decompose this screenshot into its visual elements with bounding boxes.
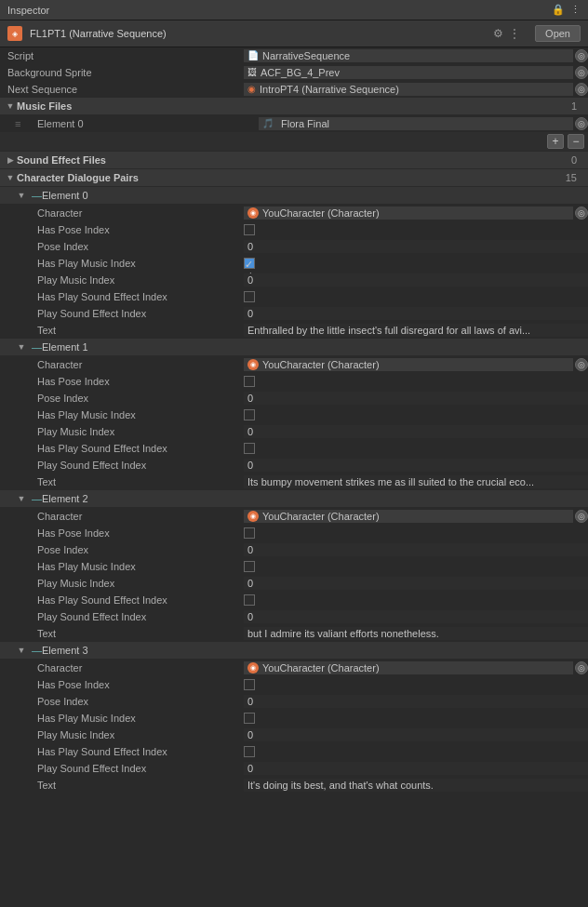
element-1-dash: — bbox=[32, 341, 42, 353]
element-0-arrow[interactable]: ▼ bbox=[15, 189, 28, 202]
element-0-text-row: Text Enthralled by the little insect's f… bbox=[0, 322, 588, 339]
element-1-pose-index-value[interactable]: 0 bbox=[244, 392, 588, 405]
element-1-has-music-checkbox[interactable] bbox=[244, 409, 255, 420]
element-3-has-sound-label: Has Play Sound Effect Index bbox=[30, 746, 244, 757]
settings-icon[interactable]: ⚙ bbox=[493, 27, 503, 40]
char-dialogue-section: ▼ Character Dialogue Pairs 15 bbox=[0, 169, 588, 187]
element-3-arrow[interactable]: ▼ bbox=[15, 644, 28, 657]
object-icon: ◈ bbox=[7, 26, 22, 41]
element-3-music-index-value[interactable]: 0 bbox=[244, 728, 588, 741]
object-title: FL1PT1 (Narrative Sequence) bbox=[30, 28, 486, 39]
char-dialogue-arrow[interactable]: ▼ bbox=[4, 171, 17, 184]
element-1-label: Element 1 bbox=[42, 341, 88, 353]
element-2-character-circle[interactable]: ◎ bbox=[575, 510, 588, 523]
element-2-has-pose-checkbox[interactable] bbox=[244, 527, 255, 539]
element-2-pose-index-row: Pose Index 0 bbox=[0, 541, 588, 558]
bg-sprite-value: ACF_BG_4_Prev bbox=[261, 67, 340, 78]
music-add-button[interactable]: + bbox=[547, 134, 564, 149]
more-icon[interactable]: ⋮ bbox=[509, 27, 520, 40]
next-seq-value: IntroPT4 (Narrative Sequence) bbox=[260, 84, 399, 95]
element-3-has-music-label: Has Play Music Index bbox=[30, 713, 244, 724]
element-1-character-circle[interactable]: ◎ bbox=[575, 358, 588, 371]
next-seq-row: Next Sequence ◉ IntroPT4 (Narrative Sequ… bbox=[0, 81, 588, 98]
element-2-has-sound-checkbox[interactable] bbox=[244, 594, 255, 606]
menu-icon[interactable]: ⋮ bbox=[570, 4, 581, 16]
music-add-remove: + − bbox=[0, 132, 588, 152]
element-1-character-row: Character ◉ YouCharacter (Character) ◎ bbox=[0, 356, 588, 373]
bg-sprite-circle-btn[interactable]: ◎ bbox=[575, 66, 588, 79]
next-seq-circle-btn[interactable]: ◎ bbox=[575, 83, 588, 96]
element-0-character-label: Character bbox=[30, 207, 244, 219]
next-seq-value-box: ◉ IntroPT4 (Narrative Sequence) bbox=[244, 83, 573, 96]
element-0-character-circle[interactable]: ◎ bbox=[575, 207, 588, 220]
element-2-text-row: Text but I admire its valiant efforts no… bbox=[0, 625, 588, 642]
open-button[interactable]: Open bbox=[535, 25, 581, 42]
script-row: Script 📄 NarrativeSequence ◎ bbox=[0, 47, 588, 64]
element-3-has-sound-checkbox[interactable] bbox=[244, 746, 255, 757]
element-2-text-value[interactable]: but I admire its valiant efforts nonethe… bbox=[244, 627, 588, 640]
element-1-has-pose-checkbox[interactable] bbox=[244, 376, 255, 387]
element-3-has-music-row: Has Play Music Index bbox=[0, 710, 588, 727]
music-element-value-box: 🎵 Flora Final bbox=[259, 117, 573, 130]
element-3-character-label: Character bbox=[30, 662, 244, 674]
next-seq-icon: ◉ bbox=[247, 84, 256, 94]
tab-label[interactable]: Inspector bbox=[7, 5, 49, 16]
element-2-dash: — bbox=[32, 493, 42, 504]
element-3-has-sound-row: Has Play Sound Effect Index bbox=[0, 743, 588, 760]
element-0-has-pose-checkbox[interactable] bbox=[244, 224, 255, 235]
element-0-has-pose-label: Has Pose Index bbox=[30, 224, 244, 235]
element-3-text-label: Text bbox=[30, 780, 244, 791]
element-0-has-pose-row: Has Pose Index bbox=[0, 221, 588, 238]
bg-sprite-icon: 🖼 bbox=[247, 67, 257, 77]
element-0-has-music-checkbox[interactable]: ✓ bbox=[244, 258, 255, 269]
next-seq-label: Next Sequence bbox=[0, 84, 244, 95]
element-3-has-music-checkbox[interactable] bbox=[244, 713, 255, 724]
element-1-text-value[interactable]: Its bumpy movement strikes me as ill sui… bbox=[244, 475, 588, 488]
element-3-character-circle[interactable]: ◎ bbox=[575, 661, 588, 674]
element-1-music-index-row: Play Music Index 0 bbox=[0, 423, 588, 440]
element-2-pose-index-value[interactable]: 0 bbox=[244, 543, 588, 556]
element-0-sound-index-value[interactable]: 0 bbox=[244, 307, 588, 320]
element-1-music-index-value[interactable]: 0 bbox=[244, 425, 588, 438]
element-3-text-row: Text It's doing its best, and that's wha… bbox=[0, 777, 588, 794]
element-2-header[interactable]: ▼ — Element 2 bbox=[0, 490, 588, 508]
element-2-has-music-checkbox[interactable] bbox=[244, 561, 255, 572]
element-0-music-index-label: Play Music Index bbox=[30, 274, 244, 286]
music-note-icon: 🎵 bbox=[262, 118, 274, 128]
element-3-header[interactable]: ▼ — Element 3 bbox=[0, 642, 588, 660]
element-1-header[interactable]: ▼ — Element 1 bbox=[0, 339, 588, 356]
element-3-text-value[interactable]: It's doing its best, and that's what cou… bbox=[244, 779, 588, 792]
element-1-sound-index-row: Play Sound Effect Index 0 bbox=[0, 457, 588, 474]
lock-icon[interactable]: 🔒 bbox=[552, 4, 565, 16]
element-1-sound-index-value[interactable]: 0 bbox=[244, 459, 588, 472]
element-0-music-index-row: Play Music Index 0 bbox=[0, 272, 588, 288]
script-label: Script bbox=[0, 50, 244, 61]
script-value-box: 📄 NarrativeSequence bbox=[244, 49, 573, 62]
element-0-has-sound-label: Has Play Sound Effect Index bbox=[30, 291, 244, 302]
element-2-arrow[interactable]: ▼ bbox=[15, 492, 28, 505]
element-2-pose-index-label: Pose Index bbox=[30, 544, 244, 555]
script-circle-btn[interactable]: ◎ bbox=[575, 49, 588, 62]
element-3-sound-index-value[interactable]: 0 bbox=[244, 762, 588, 775]
element-3-pose-index-value[interactable]: 0 bbox=[244, 695, 588, 708]
music-remove-button[interactable]: − bbox=[568, 134, 584, 149]
sound-effect-arrow[interactable]: ▶ bbox=[4, 153, 17, 167]
element-0-has-sound-checkbox[interactable] bbox=[244, 291, 255, 302]
element-1-has-sound-checkbox[interactable] bbox=[244, 443, 255, 454]
element-2-sound-index-value[interactable]: 0 bbox=[244, 610, 588, 623]
element-0-music-index-value[interactable]: 0 bbox=[244, 273, 588, 287]
element-0-header[interactable]: ▼ — Element 0 bbox=[0, 187, 588, 205]
element-0-sound-index-label: Play Sound Effect Index bbox=[30, 308, 244, 319]
element-0-text-value[interactable]: Enthralled by the little insect's full d… bbox=[244, 324, 588, 337]
element-1-text-row: Text Its bumpy movement strikes me as il… bbox=[0, 474, 588, 490]
element-2-music-index-value[interactable]: 0 bbox=[244, 577, 588, 590]
element-2-has-sound-row: Has Play Sound Effect Index bbox=[0, 592, 588, 608]
element-3-has-pose-checkbox[interactable] bbox=[244, 679, 255, 690]
music-element-circle-btn[interactable]: ◎ bbox=[575, 117, 588, 130]
element-0-sound-index-row: Play Sound Effect Index 0 bbox=[0, 305, 588, 322]
element-0-pose-index-value[interactable]: 0 bbox=[244, 240, 588, 253]
element-1-arrow[interactable]: ▼ bbox=[15, 340, 28, 353]
title-bar: ◈ FL1PT1 (Narrative Sequence) ⚙ ⋮ Open bbox=[0, 20, 588, 47]
elements-container: ▼ — Element 0 Character ◉ YouCharacter (… bbox=[0, 187, 588, 794]
music-files-arrow[interactable]: ▼ bbox=[4, 100, 17, 113]
